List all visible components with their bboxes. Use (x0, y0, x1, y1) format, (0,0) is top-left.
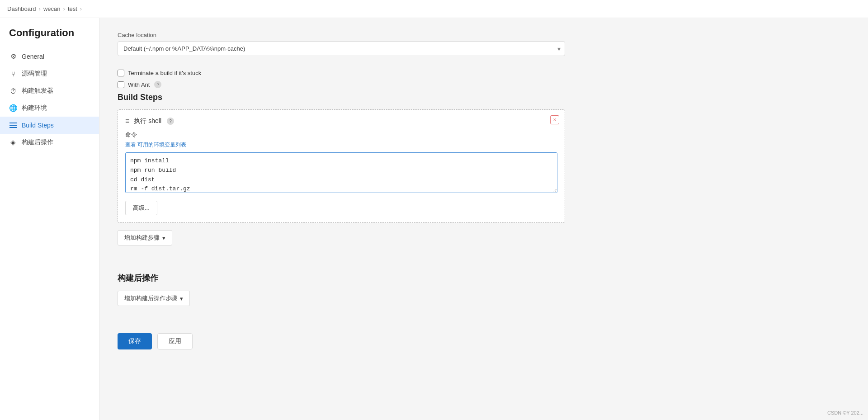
main-layout: Configuration ⚙ General ⑂ 源码管理 ⏱ 构建触发器 🌐… (0, 18, 868, 420)
add-post-build-button[interactable]: 增加构建后操作步骤 ▾ (118, 291, 190, 306)
sidebar-item-postbuild-label: 构建后操作 (22, 138, 53, 146)
terminate-build-checkbox[interactable] (118, 70, 124, 76)
sidebar-item-env-label: 构建环境 (22, 104, 47, 112)
build-steps-title: Build Steps (118, 93, 850, 102)
command-textarea[interactable]: npm install npm run build cd dist rm -f … (125, 152, 557, 193)
with-ant-label[interactable]: With Ant (128, 81, 150, 88)
globe-icon: 🌐 (9, 104, 17, 112)
bottom-actions: 保存 应用 (118, 333, 850, 349)
menu-icon: ≡ (125, 117, 129, 125)
with-ant-help-icon[interactable]: ? (154, 81, 161, 88)
svg-rect-1 (9, 125, 17, 126)
clock-icon: ⏱ (9, 87, 17, 95)
sidebar-item-triggers-label: 构建触发器 (22, 87, 53, 95)
apply-button[interactable]: 应用 (157, 333, 193, 349)
with-ant-checkbox[interactable] (118, 81, 124, 88)
post-build-title: 构建后操作 (118, 273, 850, 283)
cache-location-select[interactable]: Default (~/.npm or %APP_DATA%\npm-cache)… (118, 41, 565, 56)
sidebar-title: Configuration (0, 27, 99, 48)
sidebar-item-triggers[interactable]: ⏱ 构建触发器 (0, 82, 99, 99)
sidebar-item-general[interactable]: ⚙ General (0, 48, 99, 65)
command-label: 命令 (125, 131, 557, 139)
main-content: Cache location Default (~/.npm or %APP_D… (99, 18, 868, 420)
breadcrumb-sep-3: › (80, 5, 82, 12)
card-header: ≡ 执行 shell ? (125, 117, 557, 125)
with-ant-row: With Ant ? (118, 81, 850, 88)
postbuild-icon: ◈ (9, 138, 17, 146)
save-button[interactable]: 保存 (118, 333, 152, 349)
add-step-label: 增加构建步骤 (124, 234, 160, 242)
add-post-build-label: 增加构建后操作步骤 (124, 294, 177, 302)
breadcrumb-sep-1: › (39, 5, 41, 12)
terminate-build-label[interactable]: Terminate a build if it's stuck (128, 70, 201, 76)
breadcrumb-sep-2: › (63, 5, 65, 12)
sidebar-item-postbuild[interactable]: ◈ 构建后操作 (0, 134, 99, 151)
env-vars-link[interactable]: 查看 可用的环境变量列表 (125, 141, 186, 149)
gear-icon: ⚙ (9, 52, 17, 61)
advanced-button[interactable]: 高级... (125, 201, 157, 215)
post-build-section: 构建后操作 增加构建后操作步骤 ▾ (118, 273, 850, 320)
watermark: CSDN ©Y 202... (827, 410, 863, 415)
add-build-step-button[interactable]: 增加构建步骤 ▾ (118, 230, 172, 245)
steps-icon (9, 121, 17, 129)
source-icon: ⑂ (9, 70, 17, 78)
svg-rect-2 (9, 127, 17, 128)
cache-location-section: Cache location Default (~/.npm or %APP_D… (118, 32, 850, 56)
close-button[interactable]: × (550, 115, 559, 124)
sidebar-item-source[interactable]: ⑂ 源码管理 (0, 65, 99, 82)
add-post-build-arrow-icon: ▾ (180, 295, 183, 302)
build-steps-section: Build Steps × ≡ 执行 shell ? 命令 查看 可用的环境变量… (118, 93, 850, 259)
sidebar: Configuration ⚙ General ⑂ 源码管理 ⏱ 构建触发器 🌐… (0, 18, 99, 420)
cache-location-label: Cache location (118, 32, 850, 38)
shell-step-card: × ≡ 执行 shell ? 命令 查看 可用的环境变量列表 npm insta… (118, 109, 565, 223)
sidebar-item-general-label: General (22, 53, 44, 60)
cache-location-select-wrapper: Default (~/.npm or %APP_DATA%\npm-cache)… (118, 41, 565, 56)
sidebar-item-env[interactable]: 🌐 构建环境 (0, 99, 99, 117)
topbar: Dashboard › wecan › test › (0, 0, 868, 18)
add-step-arrow-icon: ▾ (162, 235, 165, 241)
sidebar-item-source-label: 源码管理 (22, 70, 47, 78)
breadcrumb-dashboard[interactable]: Dashboard (7, 5, 36, 12)
sidebar-item-buildsteps-label: Build Steps (22, 122, 54, 129)
sidebar-item-buildsteps[interactable]: Build Steps (0, 117, 99, 134)
shell-help-icon[interactable]: ? (167, 118, 174, 125)
breadcrumb-test[interactable]: test (68, 5, 77, 12)
terminate-build-row: Terminate a build if it's stuck (118, 70, 850, 76)
shell-card-title: 执行 shell (134, 117, 161, 125)
svg-rect-0 (9, 123, 17, 123)
breadcrumb-wecan[interactable]: wecan (43, 5, 61, 12)
